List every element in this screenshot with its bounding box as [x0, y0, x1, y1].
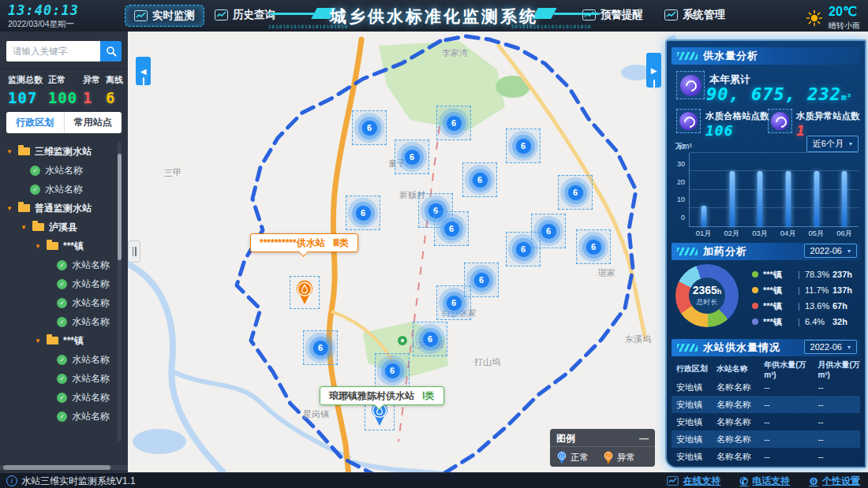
folder-icon [47, 242, 58, 250]
pass-stations-label: 水质合格站点数 [705, 110, 769, 122]
table-row[interactable]: 安地镇 名称名称 -- -- [672, 396, 860, 413]
station-callout-normal[interactable]: 琅琊镇雅陈村供水站Ⅰ类 [320, 386, 444, 405]
cluster-marker[interactable]: 6 [303, 330, 338, 365]
tree-station[interactable]: 水站名称 [0, 312, 118, 331]
sidebar-horizontal-scrollbar[interactable] [0, 465, 128, 470]
collapse-left-panel-button[interactable]: ◀ [136, 57, 151, 85]
gear-icon: ⚙ [809, 475, 818, 487]
caret-down-icon[interactable]: ▼ [6, 205, 13, 212]
tab-admin-region[interactable]: 行政区划 [6, 112, 64, 133]
stat-value: 107 [8, 89, 43, 106]
tree-folder[interactable]: ▼***镇 [0, 237, 118, 255]
tree-folder[interactable]: ▼三维监测水站 [0, 142, 118, 161]
phone-support-link[interactable]: ✆ 电话支持 [739, 475, 790, 488]
tree-station[interactable]: 水站名称 [0, 274, 118, 293]
map-place-label: 东溪坞 [625, 333, 651, 345]
sun-icon [806, 9, 823, 27]
caret-down-icon[interactable]: ▼ [35, 243, 42, 250]
tree-vertical-scrollbar[interactable] [118, 142, 122, 441]
search-input[interactable] [6, 41, 100, 61]
cluster-marker[interactable]: 6 [558, 175, 593, 210]
callout-water-class: Ⅲ类 [333, 237, 349, 248]
section-header-dosing: 加药分析 2022-06 [672, 243, 860, 260]
nav-system-management[interactable]: 系统管理 [664, 8, 725, 22]
map-place-label: 三甲 [164, 167, 181, 179]
cluster-marker[interactable]: 6 [436, 285, 471, 320]
search-button[interactable] [100, 41, 122, 61]
tree-station[interactable]: 水站名称 [0, 180, 118, 199]
table-header-row: 行政区划 水站名称 年供水量(万m³) 月供水量(万m³) [672, 360, 860, 378]
highway [329, 39, 361, 476]
tree-station[interactable]: 水站名称 [0, 293, 118, 312]
pin-icon [556, 451, 567, 464]
park-pin-icon [398, 336, 407, 345]
tree-folder[interactable]: ▼泸溪县 [0, 218, 118, 237]
table-row[interactable]: 安地镇 名称名称 -- -- [672, 413, 860, 430]
table-row[interactable]: 安地镇 名称名称 -- -- [672, 378, 860, 396]
tree-folder[interactable]: ▼普通监测水站 [0, 199, 118, 218]
dosing-date-dropdown[interactable]: 2022-06 [804, 244, 857, 258]
alert-chart-icon [582, 9, 596, 20]
cluster-marker[interactable]: 6 [434, 211, 469, 246]
tree-station[interactable]: 水站名称 [0, 369, 118, 388]
tree-station[interactable]: 水站名称 [0, 255, 118, 274]
tree-station[interactable]: 水站名称 [0, 350, 118, 369]
chevron-right-icon: ▶ [651, 66, 657, 75]
section-title: 水站供水量情况 [703, 341, 780, 355]
table-row[interactable]: 安地镇 名称名称 -- -- [672, 430, 860, 448]
callout-station-name: **********供水站 [260, 237, 325, 248]
nav-alert-reminder[interactable]: 预警提醒 [582, 8, 643, 22]
station-status-icon [57, 412, 67, 422]
yearly-total-value: 90, 675, 232m³ [706, 84, 851, 104]
table-row[interactable]: 安地镇 名称名称 -- -- [672, 448, 860, 465]
cluster-marker[interactable]: 6 [375, 353, 410, 388]
caret-down-icon[interactable]: ▼ [35, 337, 42, 345]
nav-history-query[interactable]: 历史查询 [215, 8, 275, 22]
callout-water-class: Ⅰ类 [422, 390, 435, 401]
bar-03月: 03月 [746, 153, 774, 226]
caret-down-icon[interactable]: ▼ [21, 224, 28, 231]
bar-02月: 02月 [718, 153, 746, 226]
personal-settings-link[interactable]: ⚙ 个性设置 [809, 475, 860, 488]
station-callout-abnormal[interactable]: **********供水站Ⅲ类 [250, 233, 358, 252]
nav-label: 系统管理 [683, 8, 725, 22]
sidebar-resize-handle[interactable] [128, 240, 140, 263]
search-icon [106, 46, 117, 57]
tree-folder[interactable]: ▼***镇 [0, 331, 118, 350]
cluster-marker[interactable]: 6 [395, 140, 429, 174]
folder-icon [18, 204, 30, 212]
cluster-marker[interactable]: 6 [576, 229, 611, 264]
weather-temp: 20℃ [829, 4, 860, 19]
stripes-icon [677, 344, 698, 352]
section-header-table: 水站供水量情况 2022-06 [672, 339, 860, 356]
online-support-link[interactable]: 在线支持 [667, 475, 720, 488]
cluster-marker[interactable]: 6 [506, 232, 541, 266]
caret-down-icon[interactable]: ▼ [6, 148, 13, 155]
station-marker-abnormal[interactable] [290, 276, 320, 309]
nav-realtime-monitor[interactable]: 实时监测 [125, 5, 204, 27]
pass-stations-value: 106 [705, 122, 734, 139]
folder-icon [32, 223, 44, 231]
tree-station[interactable]: 水站名称 [0, 388, 118, 407]
info-icon [6, 475, 17, 486]
cluster-marker[interactable]: 6 [352, 110, 387, 145]
stat-abnormal: 异常 1 [83, 74, 100, 106]
left-sidebar: 监测总数 107 正常 100 异常 1 离线 6 行政区划 常用站点 ▼三维监… [0, 32, 128, 473]
dosing-legend-row: ***镇 | 11.7% 137h [667, 284, 865, 296]
stat-label: 异常 [83, 74, 100, 86]
cluster-marker[interactable]: 6 [413, 322, 447, 356]
tree-station[interactable]: 水站名称 [0, 407, 118, 426]
cluster-marker[interactable]: 6 [436, 106, 471, 140]
collapse-right-panel-button[interactable]: ▶ [646, 53, 661, 88]
range-select-dropdown[interactable]: 近6个月 [806, 136, 859, 152]
table-date-dropdown[interactable]: 2022-06 [804, 340, 857, 354]
cluster-marker[interactable]: 6 [346, 196, 380, 230]
tab-common-stations[interactable]: 常用站点 [64, 112, 122, 133]
station-status-icon [57, 393, 67, 403]
legend-minimize-button[interactable]: — [639, 433, 649, 444]
cluster-marker[interactable]: 6 [506, 129, 541, 163]
cluster-marker[interactable]: 6 [462, 162, 497, 197]
pin-icon [603, 451, 614, 464]
bar-04月: 04月 [774, 153, 803, 226]
tree-station[interactable]: 水站名称 [0, 161, 118, 180]
